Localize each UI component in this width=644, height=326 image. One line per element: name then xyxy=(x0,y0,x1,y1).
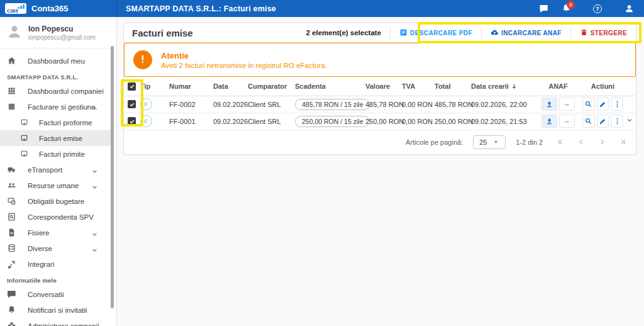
toolbar-divider xyxy=(570,27,571,38)
column-header-scadenta[interactable]: Scadenta xyxy=(295,77,365,96)
anaf-upload-button[interactable] xyxy=(541,115,557,128)
cell-total: 485,78 RON xyxy=(435,96,471,113)
column-header-data[interactable]: Data xyxy=(213,77,248,96)
plug-icon xyxy=(7,259,16,269)
sidebar-item-conversatii[interactable]: Conversatii xyxy=(0,286,112,302)
column-header-tip[interactable]: Tip xyxy=(140,77,169,96)
people-icon xyxy=(7,181,16,190)
cell-actiuni xyxy=(582,113,623,130)
sidebar-scrollbar[interactable] xyxy=(111,46,114,308)
invoice-icon xyxy=(19,118,29,127)
first-page-icon[interactable] xyxy=(557,138,565,146)
dash-icon: – xyxy=(565,118,569,125)
cell-valoare: 485,78 RON xyxy=(365,96,402,113)
column-header-total[interactable]: Total xyxy=(435,77,471,96)
column-header-numar[interactable]: Numar xyxy=(169,77,213,96)
sidebar-section-informatiile-mele: Informatiile mele xyxy=(0,272,116,286)
select-all-checkbox[interactable] xyxy=(128,82,136,91)
coin-clock-icon xyxy=(7,196,16,206)
upload-anaf-button[interactable]: INCARCARE ANAF xyxy=(488,27,564,39)
sidebar-item-etransport[interactable]: eTransport xyxy=(0,162,112,177)
app-window: C365 Conta365 SMARTAPP DATA S.R.L.: Fact… xyxy=(0,0,644,326)
user-name: Ion Popescu xyxy=(28,25,96,34)
sidebar-item-facturare-si-gestiune[interactable]: Facturare si gestiune xyxy=(0,99,112,115)
user-email: ionpopescu@gmail.com xyxy=(28,34,96,41)
gear-icon xyxy=(7,321,16,326)
due-date-pill: 250,00 RON / 15 zile xyxy=(295,116,370,127)
sidebar-item-resurse-umane[interactable]: Resurse umane xyxy=(0,177,112,193)
row-checkbox[interactable] xyxy=(128,100,136,108)
caret-down-icon xyxy=(493,138,499,146)
cloud-upload-icon xyxy=(491,28,499,38)
previous-page-icon[interactable] xyxy=(577,138,586,146)
window-title: SMARTAPP DATA S.R.L.: Facturi emise xyxy=(117,4,532,13)
account-icon[interactable] xyxy=(618,0,640,17)
chevron-up-icon xyxy=(91,103,98,115)
conta365-logo-icon: C365 xyxy=(5,3,26,14)
file-icon xyxy=(7,228,16,237)
column-header-tva[interactable]: TVA xyxy=(402,77,435,96)
cell-tva: 0,00 RON xyxy=(402,96,435,113)
table-header-row: Tip Numar Data Cumparator Scadenta Valoa… xyxy=(124,77,636,96)
cell-tip: F xyxy=(140,113,169,130)
row-checkbox[interactable] xyxy=(128,117,136,125)
cell-tva: 0,00 RON xyxy=(402,113,435,130)
sidebar-item-facturi-emise[interactable]: Facturi emise xyxy=(0,130,112,146)
sidebar-item-dashboardul-meu[interactable]: Dashboardul meu xyxy=(0,53,112,69)
dash-icon: – xyxy=(565,101,569,108)
sidebar: Ion Popescu ionpopescu@gmail.com Dashboa… xyxy=(0,17,117,326)
download-pdf-button[interactable]: DESCARCARE PDF xyxy=(397,27,475,39)
sidebar-item-integrari[interactable]: Integrari xyxy=(0,256,112,272)
chat-icon[interactable] xyxy=(532,0,555,17)
more-options-button[interactable] xyxy=(611,115,623,128)
sidebar-item-administrare-companii[interactable]: Administrare companii xyxy=(0,318,112,326)
more-options-button[interactable] xyxy=(611,98,623,111)
cell-tip: F xyxy=(140,96,169,113)
anaf-status-button[interactable]: – xyxy=(559,115,575,128)
sidebar-item-facturi-proforme[interactable]: Facturi proforme xyxy=(0,115,112,130)
column-header-anaf: ANAF xyxy=(534,77,582,96)
sidebar-item-fisiere[interactable]: Fisiere xyxy=(0,225,112,240)
sidebar-item-notificari-si-invitatii[interactable]: Notificari si invitatii xyxy=(0,302,112,318)
last-page-icon[interactable] xyxy=(619,138,627,146)
next-page-icon[interactable] xyxy=(598,138,606,146)
view-button[interactable] xyxy=(582,98,595,111)
chevron-down-icon xyxy=(91,245,98,256)
sidebar-item-diverse[interactable]: Diverse xyxy=(0,240,112,256)
trash-icon xyxy=(580,28,588,38)
edit-button[interactable] xyxy=(597,115,609,128)
anaf-upload-button[interactable] xyxy=(541,98,557,111)
cell-anaf: – xyxy=(534,96,582,113)
box-icon xyxy=(7,102,16,111)
sidebar-item-corespondenta-spv[interactable]: Corespondenta SPV xyxy=(0,209,112,225)
brand-home-link[interactable]: C365 Conta365 xyxy=(0,0,117,17)
edit-button[interactable] xyxy=(597,98,609,111)
warning-icon: ! xyxy=(133,50,152,69)
cell-actiuni xyxy=(582,96,623,113)
help-icon[interactable]: ? xyxy=(586,0,609,17)
delete-button[interactable]: STERGERE xyxy=(577,27,630,39)
topbar: C365 Conta365 SMARTAPP DATA S.R.L.: Fact… xyxy=(0,0,644,17)
chevron-down-icon xyxy=(91,166,98,177)
column-header-cumparator[interactable]: Cumparator xyxy=(248,77,295,96)
anaf-status-button[interactable]: – xyxy=(559,98,575,111)
warning-message: Aveti 2 facturi netransmise in registrul… xyxy=(161,62,327,69)
notification-count-badge: 2 xyxy=(567,1,575,9)
items-per-page-select[interactable]: 25 xyxy=(473,135,506,149)
sidebar-item-facturi-primite[interactable]: Facturi primite xyxy=(0,146,112,162)
expand-row-chevron-icon[interactable] xyxy=(626,116,633,126)
bell-icon xyxy=(7,305,16,315)
sidebar-section-company: SMARTAPP DATA S.R.L. xyxy=(0,69,116,83)
toolbar-divider xyxy=(481,27,482,38)
cell-numar: FF-0002 xyxy=(169,96,213,113)
invoices-table: Tip Numar Data Cumparator Scadenta Valoa… xyxy=(124,77,636,130)
sort-descending-icon xyxy=(509,82,518,90)
sidebar-item-dashboardul-companiei[interactable]: Dashboardul companiei xyxy=(0,83,112,99)
user-profile[interactable]: Ion Popescu ionpopescu@gmail.com xyxy=(0,17,116,48)
notifications-bell-icon[interactable]: 2 xyxy=(555,0,577,17)
invoice-icon xyxy=(19,133,29,143)
column-header-valoare[interactable]: Valoare xyxy=(365,77,402,96)
column-header-data-crearii[interactable]: Data crearii xyxy=(471,77,534,96)
sidebar-item-obligatii-bugetare[interactable]: Obligatii bugetare xyxy=(0,193,112,209)
view-button[interactable] xyxy=(582,115,595,128)
